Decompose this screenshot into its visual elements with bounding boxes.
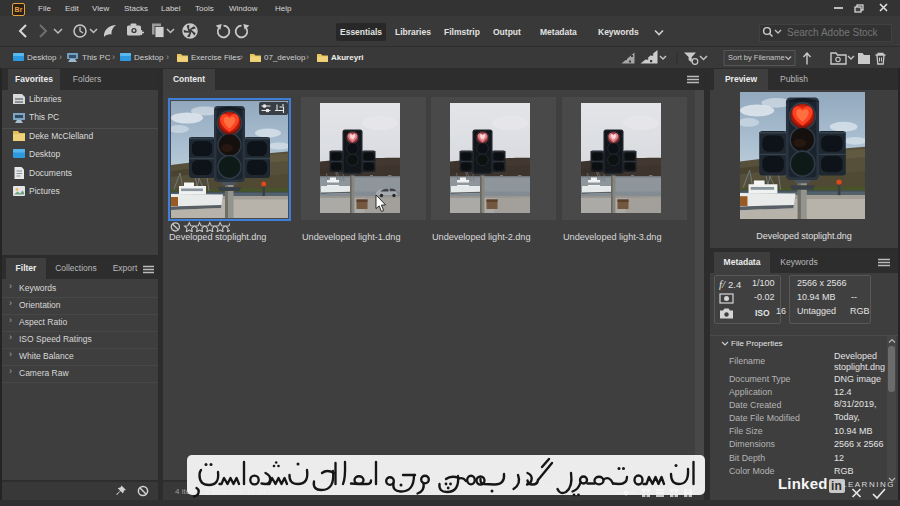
svg-text:Sort by Filename: Sort by Filename bbox=[728, 53, 785, 62]
svg-text:2.4: 2.4 bbox=[728, 279, 741, 290]
svg-text:f/: f/ bbox=[719, 278, 726, 290]
svg-text:ISO: ISO bbox=[755, 308, 770, 318]
